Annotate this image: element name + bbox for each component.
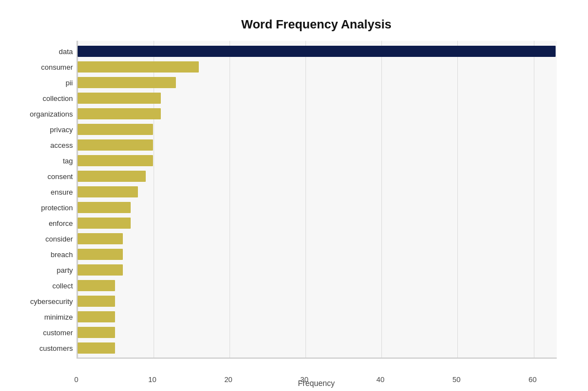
- bar-label: minimize: [12, 313, 73, 321]
- bar-label: data: [12, 47, 73, 56]
- bar-row: enforce: [78, 217, 557, 229]
- bar-row: consumer: [78, 61, 557, 73]
- bar-row: cybersecurity: [78, 295, 557, 307]
- x-axis-tick-label: 20: [224, 375, 232, 384]
- bar-label: cybersecurity: [12, 297, 73, 306]
- bar-row: organizations: [78, 108, 557, 120]
- bar-row: pii: [78, 76, 557, 89]
- bar-row: consider: [78, 233, 557, 245]
- bar-label: customers: [12, 344, 73, 353]
- bar-label: privacy: [12, 125, 73, 134]
- bar-row: data: [78, 45, 557, 57]
- bar-rect: [78, 46, 556, 57]
- bar-label: pii: [12, 79, 73, 87]
- bar-label: consider: [12, 235, 73, 243]
- bar-rect: [78, 93, 161, 104]
- x-axis-tick-label: 60: [528, 375, 536, 384]
- bar-row: consent: [78, 170, 557, 182]
- bar-label: enforce: [12, 219, 73, 228]
- bar-rect: [78, 327, 116, 338]
- bar-rect: [78, 342, 116, 354]
- bar-rect: [78, 311, 116, 322]
- bar-rect: [78, 171, 146, 182]
- bar-label: collect: [12, 282, 73, 290]
- bar-label: organizations: [12, 110, 73, 118]
- bar-rect: [78, 233, 123, 244]
- bar-label: consent: [12, 172, 73, 181]
- bar-row: breach: [78, 248, 557, 260]
- chart-title: Word Frequency Analysis: [77, 17, 557, 32]
- bar-rect: [78, 124, 154, 135]
- bar-row: ensure: [78, 186, 557, 198]
- bar-label: access: [12, 141, 73, 149]
- bar-rect: [78, 218, 131, 229]
- bar-row: collect: [78, 279, 557, 292]
- bar-rect: [78, 296, 116, 307]
- bar-label: tag: [12, 157, 73, 165]
- bar-rect: [78, 155, 154, 166]
- bar-rect: [78, 202, 131, 213]
- bar-rect: [78, 264, 123, 276]
- bar-row: tag: [78, 155, 557, 167]
- bar-label: party: [12, 266, 73, 274]
- chart-container: Word Frequency Analysis dataconsumerpiic…: [9, 6, 579, 385]
- bar-label: customer: [12, 329, 73, 337]
- bar-row: access: [78, 139, 557, 151]
- bar-label: collection: [12, 94, 73, 103]
- x-axis-tick-label: 10: [148, 375, 156, 384]
- bar-label: consumer: [12, 63, 73, 71]
- x-axis-tick-label: 40: [376, 375, 384, 384]
- bar-label: ensure: [12, 188, 73, 196]
- bar-row: customer: [78, 326, 557, 339]
- bar-row: protection: [78, 201, 557, 214]
- bar-label: protection: [12, 204, 73, 212]
- bar-rect: [78, 186, 138, 197]
- bar-row: collection: [78, 92, 557, 104]
- chart-area: dataconsumerpiicollectionorganizationspr…: [77, 41, 557, 359]
- x-axis-tick-label: 0: [74, 375, 78, 384]
- bar-label: breach: [12, 250, 73, 259]
- bar-rect: [78, 61, 199, 73]
- bar-row: customers: [78, 342, 557, 354]
- bar-row: minimize: [78, 311, 557, 323]
- bar-row: privacy: [78, 123, 557, 136]
- bar-rect: [78, 249, 123, 260]
- bar-rect: [78, 280, 116, 291]
- bar-rect: [78, 108, 161, 119]
- bar-rect: [78, 139, 154, 151]
- x-axis-tick-label: 30: [300, 375, 308, 384]
- bar-row: party: [78, 264, 557, 276]
- bar-rect: [78, 77, 176, 88]
- x-axis-tick-label: 50: [452, 375, 460, 384]
